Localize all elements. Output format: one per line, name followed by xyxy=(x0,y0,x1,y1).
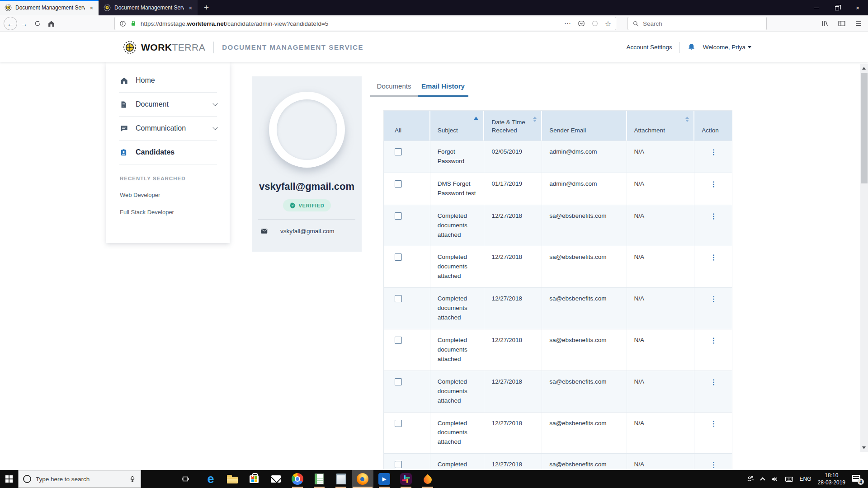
sidebar-item-candidates[interactable]: Candidates xyxy=(106,141,230,164)
pocket-icon[interactable] xyxy=(578,20,585,27)
sort-icon[interactable] xyxy=(533,117,537,122)
home-button[interactable] xyxy=(44,17,58,30)
row-checkbox[interactable] xyxy=(395,378,402,385)
taskbar-firefox-icon[interactable] xyxy=(352,470,373,488)
table-row: Completed documents attached12/27/2018sa… xyxy=(384,205,732,246)
taskbar-mail-icon[interactable] xyxy=(265,470,287,488)
row-actions-kebab-icon[interactable]: ⋮ xyxy=(710,420,717,447)
column-header-label: Attachment xyxy=(634,127,665,135)
taskbar-store-icon[interactable] xyxy=(243,470,265,488)
taskbar-search-input[interactable]: Type here to search xyxy=(18,470,141,488)
column-header-subject[interactable]: Subject xyxy=(430,111,485,141)
row-checkbox[interactable] xyxy=(395,212,402,220)
action-center-icon[interactable]: 4 xyxy=(852,474,863,483)
recent-search-item[interactable]: Full Stack Developer xyxy=(120,209,230,216)
sidebar-panel-icon[interactable] xyxy=(838,19,846,28)
sidebar-item-communication[interactable]: Communication xyxy=(106,117,230,140)
scrollbar[interactable] xyxy=(860,64,868,452)
restore-button[interactable] xyxy=(826,0,847,15)
sort-icon[interactable] xyxy=(685,117,689,122)
browser-tab-1[interactable]: Document Management Servic × xyxy=(0,0,99,15)
minimize-button[interactable] xyxy=(806,0,826,15)
cell-date-received: 12/27/2018 xyxy=(484,454,542,469)
row-actions-kebab-icon[interactable]: ⋮ xyxy=(710,461,717,469)
taskbar-calc-icon[interactable] xyxy=(308,470,330,488)
info-icon[interactable] xyxy=(119,20,126,27)
cell-select xyxy=(384,246,430,287)
taskbar-notepad-icon[interactable] xyxy=(330,470,352,488)
library-icon[interactable] xyxy=(821,19,829,28)
workterra-logo[interactable]: WORKTERRA xyxy=(123,41,205,54)
tab-email-history[interactable]: Email History xyxy=(418,77,468,97)
reload-button[interactable] xyxy=(31,17,44,30)
bookmark-star-icon[interactable]: ☆ xyxy=(605,19,611,28)
column-header-sender[interactable]: Sender Email xyxy=(542,111,627,141)
sort-ascending-icon[interactable] xyxy=(474,117,478,120)
scroll-up-icon[interactable] xyxy=(862,67,866,70)
row-actions-kebab-icon[interactable]: ⋮ xyxy=(710,296,717,323)
new-tab-button[interactable]: + xyxy=(198,0,215,15)
row-actions-kebab-icon[interactable]: ⋮ xyxy=(710,379,717,406)
row-checkbox[interactable] xyxy=(395,295,402,302)
row-actions-kebab-icon[interactable]: ⋮ xyxy=(710,254,717,281)
search-input[interactable]: Search xyxy=(627,17,767,30)
taskbar-flame-icon[interactable] xyxy=(417,470,439,488)
tray-expand-icon[interactable] xyxy=(760,477,765,482)
speaker-icon[interactable] xyxy=(771,475,778,483)
tray-clock[interactable]: 18:10 28-03-2019 xyxy=(818,472,845,486)
row-checkbox[interactable] xyxy=(395,148,402,155)
scrollbar-thumb[interactable] xyxy=(861,73,868,183)
notification-bell-icon[interactable] xyxy=(687,43,696,52)
tab-documents[interactable]: Documents xyxy=(370,77,418,97)
browser-tab-2[interactable]: Document Management Servic × xyxy=(99,0,198,15)
taskbar-movies-icon[interactable]: ▶ xyxy=(373,470,395,488)
column-header-all[interactable]: All xyxy=(384,111,430,141)
forward-button[interactable]: → xyxy=(17,17,31,30)
row-actions-kebab-icon[interactable]: ⋮ xyxy=(710,149,717,166)
url-bar[interactable]: https://dmsstage.workterra.net/candidate… xyxy=(114,17,616,30)
row-checkbox[interactable] xyxy=(395,337,402,344)
cell-date-received: 12/27/2018 xyxy=(484,371,542,412)
browser-titlebar: Document Management Servic × Document Ma… xyxy=(0,0,868,15)
start-button[interactable] xyxy=(0,470,18,488)
sidebar-item-document[interactable]: Document xyxy=(106,93,230,116)
row-actions-kebab-icon[interactable]: ⋮ xyxy=(710,337,717,364)
account-settings-link[interactable]: Account Settings xyxy=(626,44,672,51)
taskbar-file-explorer-icon[interactable] xyxy=(222,470,243,488)
close-window-button[interactable]: × xyxy=(847,0,868,15)
workterra-favicon-icon xyxy=(104,4,111,11)
url-text[interactable]: https://dmsstage.workterra.net/candidate… xyxy=(141,20,560,27)
sidebar-item-home[interactable]: Home xyxy=(106,69,230,92)
row-checkbox[interactable] xyxy=(395,253,402,261)
microphone-icon[interactable] xyxy=(129,475,136,483)
user-menu[interactable]: Welcome, Priya xyxy=(703,44,751,51)
menu-icon[interactable] xyxy=(854,19,863,28)
cell-select xyxy=(384,454,430,469)
sidebar-item-label: Communication xyxy=(136,124,186,132)
row-checkbox[interactable] xyxy=(395,420,402,427)
taskbar-edge-icon[interactable]: e xyxy=(200,470,222,488)
task-view-button[interactable] xyxy=(175,470,195,488)
column-header-date[interactable]: Date & Time Received xyxy=(484,111,542,141)
language-indicator[interactable]: ENG xyxy=(800,476,811,482)
close-icon[interactable]: × xyxy=(89,5,94,11)
cell-subject: Completed documents attached xyxy=(430,288,485,329)
avatar-placeholder xyxy=(277,99,337,160)
column-header-attachment[interactable]: Attachment xyxy=(627,111,695,141)
back-button[interactable]: ← xyxy=(4,17,17,30)
cell-date-received: 12/27/2018 xyxy=(484,246,542,287)
cell-date-received: 12/27/2018 xyxy=(484,413,542,454)
padlock-icon[interactable] xyxy=(130,20,137,27)
row-actions-kebab-icon[interactable]: ⋮ xyxy=(710,213,717,240)
taskbar-chrome-icon[interactable] xyxy=(287,470,308,488)
page-actions-icon[interactable]: ⋯ xyxy=(564,19,571,28)
people-icon[interactable] xyxy=(746,475,755,483)
close-icon[interactable]: × xyxy=(188,5,193,11)
row-checkbox[interactable] xyxy=(395,461,402,468)
taskbar-slack-icon[interactable] xyxy=(395,470,417,488)
row-checkbox[interactable] xyxy=(395,180,402,188)
recent-search-item[interactable]: Web Developer xyxy=(120,192,230,198)
row-actions-kebab-icon[interactable]: ⋮ xyxy=(710,181,717,198)
keyboard-icon[interactable] xyxy=(785,475,793,483)
scroll-down-icon[interactable] xyxy=(862,446,866,449)
